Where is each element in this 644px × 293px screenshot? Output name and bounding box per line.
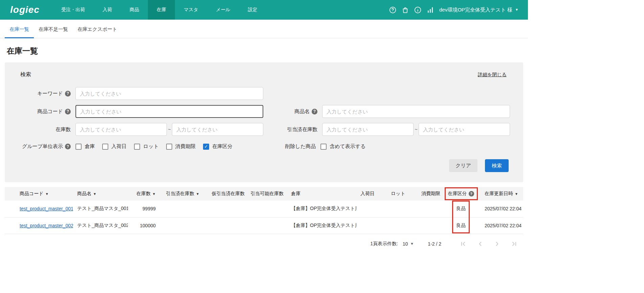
cell-temp-allocated bbox=[207, 217, 246, 234]
allocated-qty-min-input[interactable] bbox=[322, 123, 414, 136]
product-name-input[interactable] bbox=[322, 105, 510, 118]
bag-icon[interactable] bbox=[402, 6, 409, 14]
search-panel: 検索 詳細を閉じる キーワード ? 商品コード ? 商品名 ? bbox=[5, 62, 523, 182]
col-header-product-code[interactable]: 商品コード▼ bbox=[5, 187, 73, 201]
field-label-text: グループ単位表示 bbox=[22, 143, 63, 150]
field-label-text: 在庫数 bbox=[55, 126, 71, 133]
checkbox-arrival-date[interactable]: 入荷日 bbox=[102, 143, 127, 150]
col-header-allocated[interactable]: 引当済在庫数▼ bbox=[162, 187, 207, 201]
cell-warehouse: 【倉庫】OP完全体受入テスト用 bbox=[287, 217, 356, 234]
col-label: 在庫数 bbox=[136, 191, 151, 196]
cell-allocated bbox=[162, 201, 207, 217]
col-header-stock-category: 在庫区分? bbox=[445, 187, 476, 201]
col-header-updated-at[interactable]: 在庫更新日時▼ bbox=[476, 187, 523, 201]
checkbox-include-deleted[interactable]: 含めて表示する bbox=[320, 143, 365, 150]
col-label: 在庫更新日時 bbox=[485, 191, 513, 196]
product-code-input[interactable] bbox=[75, 105, 263, 118]
info-circle-icon[interactable] bbox=[414, 6, 421, 14]
last-page-icon[interactable] bbox=[510, 240, 518, 248]
checkbox-unchecked[interactable] bbox=[134, 144, 140, 150]
stock-category-help-icon[interactable]: ? bbox=[469, 191, 474, 196]
check-icon: ✓ bbox=[204, 144, 208, 149]
tab-inventory-list[interactable]: 在庫一覧 bbox=[5, 20, 34, 38]
checkbox-stock-category[interactable]: ✓ 在庫区分 bbox=[203, 143, 232, 150]
cell-lot bbox=[387, 201, 417, 217]
tab-inventory-export[interactable]: 在庫エクスポート bbox=[73, 20, 122, 38]
cell-available bbox=[246, 217, 287, 234]
range-tilde: ~ bbox=[414, 127, 419, 132]
cell-updated-at: 2025/07/02 22:04 bbox=[476, 217, 523, 234]
allocated-qty-max-input[interactable] bbox=[419, 123, 510, 136]
search-buttons-row: クリア 検索 bbox=[5, 159, 523, 172]
nav-label: メール bbox=[216, 7, 230, 13]
checkbox-label: 消費期限 bbox=[175, 143, 196, 150]
checkbox-checked[interactable]: ✓ bbox=[203, 144, 209, 150]
per-page-select[interactable]: 10 ▼ bbox=[403, 241, 414, 247]
nav-label: 設定 bbox=[248, 7, 258, 13]
stock-qty-max-input[interactable] bbox=[172, 123, 263, 136]
help-circle-icon[interactable] bbox=[389, 6, 396, 14]
checkbox-unchecked[interactable] bbox=[102, 144, 108, 150]
nav-item-master[interactable]: マスタ bbox=[175, 0, 207, 20]
nav-item-products[interactable]: 商品 bbox=[121, 0, 148, 20]
col-label: 引当可能在庫数 bbox=[250, 191, 284, 196]
tab-inventory-shortage-list[interactable]: 在庫不足一覧 bbox=[34, 20, 73, 38]
allocated-qty-label: 引当済在庫数 bbox=[263, 126, 317, 133]
product-code-link[interactable]: test_product_master_001 bbox=[20, 206, 73, 211]
col-header-temp-allocated[interactable]: 仮引当済在庫数▼ bbox=[207, 187, 246, 201]
keyword-help-icon[interactable]: ? bbox=[65, 91, 71, 97]
main-nav: 受注・出荷 入荷 商品 在庫 マスタ メール 設定 bbox=[52, 0, 266, 20]
nav-item-inventory[interactable]: 在庫 bbox=[148, 0, 175, 20]
checkbox-unchecked[interactable] bbox=[75, 144, 82, 150]
pagination-bar: 1頁表示件数: 10 ▼ 1-2 / 2 bbox=[0, 234, 528, 256]
clear-button[interactable]: クリア bbox=[449, 159, 478, 172]
cell-available bbox=[246, 201, 287, 217]
search-button[interactable]: 検索 bbox=[485, 159, 509, 172]
col-header-stock[interactable]: 在庫数▼ bbox=[128, 187, 162, 201]
group-display-help-icon[interactable]: ? bbox=[65, 144, 71, 149]
nav-item-orders-shipping[interactable]: 受注・出荷 bbox=[52, 0, 94, 20]
checkbox-unchecked[interactable] bbox=[320, 144, 327, 150]
cell-arrival-date bbox=[356, 217, 387, 234]
user-account-menu[interactable]: dev環境OP完全体受入テスト 様 ▼ bbox=[439, 7, 518, 13]
cell-warehouse: 【倉庫】OP完全体受入テスト用 bbox=[287, 201, 356, 217]
checkbox-warehouse[interactable]: 倉庫 bbox=[75, 143, 95, 150]
nav-label: 受注・出荷 bbox=[61, 7, 85, 13]
product-code-help-icon[interactable]: ? bbox=[65, 109, 71, 114]
prev-page-icon[interactable] bbox=[476, 240, 484, 248]
range-tilde: ~ bbox=[167, 127, 172, 132]
close-details-link[interactable]: 詳細を閉じる bbox=[478, 72, 507, 78]
sort-desc-icon: ▼ bbox=[93, 192, 96, 196]
checkbox-unchecked[interactable] bbox=[166, 144, 172, 150]
page-range-text: 1-2 / 2 bbox=[428, 241, 441, 247]
inventory-table: 商品コード▼ 商品名▼ 在庫数▼ 引当済在庫数▼ 仮引当済在庫数▼ 引当可能在庫… bbox=[5, 187, 523, 234]
product-code-link[interactable]: test_product_master_002 bbox=[20, 223, 73, 228]
nav-item-settings[interactable]: 設定 bbox=[239, 0, 266, 20]
checkbox-label: 含めて表示する bbox=[330, 143, 365, 150]
sort-desc-icon: ▼ bbox=[45, 192, 49, 196]
col-label: 入荷日 bbox=[360, 191, 375, 196]
cell-updated-at: 2025/07/02 22:04 bbox=[476, 201, 523, 217]
chevron-down-icon: ▼ bbox=[410, 242, 414, 246]
checkbox-lot[interactable]: ロット bbox=[134, 143, 159, 150]
keyword-row: キーワード ? bbox=[5, 87, 523, 100]
col-header-arrival-date: 入荷日 bbox=[356, 187, 387, 201]
logiec-logo[interactable]: logiec bbox=[10, 4, 40, 15]
col-header-product-name[interactable]: 商品名▼ bbox=[73, 187, 128, 201]
checkbox-label: 入荷日 bbox=[111, 143, 127, 150]
search-panel-header: 検索 詳細を閉じる bbox=[5, 71, 523, 78]
results-table-wrap: 商品コード▼ 商品名▼ 在庫数▼ 引当済在庫数▼ 仮引当済在庫数▼ 引当可能在庫… bbox=[5, 187, 523, 234]
next-page-icon[interactable] bbox=[493, 240, 501, 248]
product-code-label: 商品コード ? bbox=[5, 108, 71, 115]
cell-product-name: テスト_商品マスタ_002 bbox=[73, 217, 128, 234]
col-label: 仮引当済在庫数 bbox=[212, 191, 245, 196]
checkbox-expiry[interactable]: 消費期限 bbox=[166, 143, 196, 150]
cell-expiry bbox=[417, 201, 445, 217]
keyword-input[interactable] bbox=[75, 87, 263, 100]
first-page-icon[interactable] bbox=[460, 240, 467, 248]
product-name-help-icon[interactable]: ? bbox=[312, 109, 317, 114]
nav-item-mail[interactable]: メール bbox=[207, 0, 239, 20]
stock-qty-min-input[interactable] bbox=[75, 123, 167, 136]
nav-item-receiving[interactable]: 入荷 bbox=[94, 0, 121, 20]
signal-bars-icon[interactable] bbox=[427, 6, 434, 14]
